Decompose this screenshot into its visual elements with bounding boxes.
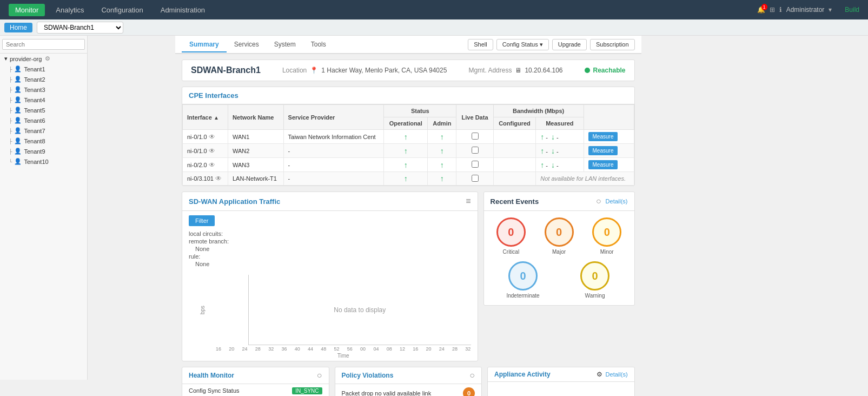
bottom-row: Health Monitor ○ Config Sync Status IN_S… — [182, 367, 635, 396]
location-group: Location 📍 1 Hacker Way, Menlo Park, CA,… — [282, 67, 447, 74]
tree-item-tenant7[interactable]: ├ 👤 Tenant7 — [0, 126, 87, 136]
chart-area: No data to display — [248, 275, 471, 345]
table-row: ni-0/1.0 👁 WAN2 - ↑ ↑ ↑ - ↓ - Measure — [183, 144, 634, 158]
notification-bell[interactable]: 🔔1 — [757, 6, 765, 14]
live-checkbox[interactable] — [472, 175, 479, 182]
tree-item-tenant4[interactable]: ├ 👤 Tenant4 — [0, 95, 87, 105]
upgrade-button[interactable]: Upgrade — [552, 39, 587, 50]
tree-dot: ├ — [9, 108, 12, 113]
status-dot — [585, 68, 590, 73]
device-header: SDWAN-Branch1 Location 📍 1 Hacker Way, M… — [182, 60, 635, 81]
measure-button[interactable]: Measure — [588, 146, 618, 155]
measured-cell: ↑ - ↓ - — [536, 130, 584, 144]
eye-icon[interactable]: 👁 — [209, 161, 215, 169]
tree-item-tenant10[interactable]: └ 👤 Tenant10 — [0, 156, 87, 167]
tree-item-tenant2[interactable]: ├ 👤 Tenant2 — [0, 74, 87, 84]
health-toggle[interactable]: ○ — [317, 371, 322, 380]
device-selector[interactable]: SDWAN-Branch1 — [37, 22, 123, 34]
tenant-icon: 👤 — [14, 65, 22, 72]
live-checkbox[interactable] — [472, 161, 479, 168]
shell-button[interactable]: Shell — [468, 39, 493, 50]
live-checkbox[interactable] — [472, 147, 479, 154]
tenant-icon: 👤 — [14, 96, 22, 103]
nav-administration[interactable]: Administration — [154, 4, 211, 16]
traffic-header: SD-WAN Application Traffic ≡ — [182, 192, 478, 211]
tree-root[interactable]: ▾ provider-org ⚙ — [0, 54, 87, 64]
cpe-table: Interface ▲ Network Name Service Provide… — [182, 104, 634, 186]
action-cell: Measure — [584, 130, 634, 144]
home-button[interactable]: Home — [4, 23, 32, 32]
tenant-icon: 👤 — [14, 117, 22, 124]
location-label: Location — [282, 67, 307, 74]
tab-tools[interactable]: Tools — [303, 37, 334, 52]
mgmt-value: 10.20.64.106 — [525, 67, 562, 74]
tab-services[interactable]: Services — [227, 37, 267, 52]
tenant4-label: Tenant4 — [24, 97, 45, 103]
events-title: Recent Events — [491, 197, 539, 206]
tree-item-tenant6[interactable]: ├ 👤 Tenant6 — [0, 115, 87, 126]
operational-cell: ↑ — [384, 158, 428, 172]
live-checkbox[interactable] — [472, 133, 479, 140]
nav-analytics[interactable]: Analytics — [49, 4, 90, 16]
interface-cell: ni-0/3.101 👁 — [183, 172, 228, 186]
subscription-button[interactable]: Subscription — [590, 39, 635, 50]
action-cell: Measure — [584, 144, 634, 158]
events-detail-link[interactable]: Detail(s) — [606, 198, 628, 204]
eye-icon[interactable]: 👁 — [215, 175, 222, 182]
filter-button[interactable]: Filter — [189, 215, 215, 226]
tenant2-label: Tenant2 — [24, 76, 45, 83]
down-arrow: ↓ — [551, 147, 555, 155]
events-toggle[interactable]: ○ — [596, 196, 601, 206]
traffic-col: SD-WAN Application Traffic ≡ Filter loca… — [182, 192, 478, 361]
traffic-title: SD-WAN Application Traffic — [189, 197, 280, 206]
tree-item-tenant9[interactable]: ├ 👤 Tenant9 — [0, 146, 87, 156]
traffic-body: local circuits: remote branch: None rule… — [182, 230, 478, 273]
grid-icon[interactable]: ⊞ — [770, 6, 775, 14]
appliance-title: Appliance Activity — [494, 371, 551, 378]
up-arrow: ↑ — [404, 174, 408, 183]
provider-cell: Taiwan Network Information Cent — [283, 130, 384, 144]
menu-icon[interactable]: ≡ — [466, 196, 471, 206]
info-icon[interactable]: ℹ — [779, 6, 782, 14]
measure-button[interactable]: Measure — [588, 160, 618, 169]
eye-icon[interactable]: 👁 — [209, 133, 215, 141]
critical-count: 0 — [496, 217, 526, 247]
nav-configuration[interactable]: Configuration — [95, 4, 149, 16]
interface-cell: ni-0/1.0 👁 — [183, 144, 228, 158]
bell-badge: 1 — [761, 4, 767, 10]
tree-item-tenant3[interactable]: ├ 👤 Tenant3 — [0, 84, 87, 95]
operational-cell: ↑ — [384, 172, 428, 186]
cpe-title: CPE Interfaces — [182, 87, 634, 104]
events-top-row: 0 Critical 0 Major 0 Minor — [491, 217, 628, 255]
th-configured: Configured — [493, 117, 535, 130]
tree-dot: └ — [9, 159, 12, 164]
events-body: 0 Critical 0 Major 0 Minor — [484, 211, 634, 305]
tree-item-tenant8[interactable]: ├ 👤 Tenant8 — [0, 136, 87, 146]
search-bar — [0, 36, 87, 54]
tree-dot: ├ — [9, 118, 12, 123]
config-sync-label: Config Sync Status — [189, 387, 240, 394]
minor-label: Minor — [600, 249, 614, 255]
policy-toggle[interactable]: ○ — [469, 371, 475, 380]
events-col: Recent Events ○ Detail(s) 0 Critical — [483, 192, 635, 361]
tab-system[interactable]: System — [267, 37, 303, 52]
tenant-icon: 👤 — [14, 148, 22, 155]
nav-monitor[interactable]: Monitor — [9, 4, 45, 16]
top-navigation: Monitor Analytics Configuration Administ… — [0, 0, 868, 19]
tab-summary[interactable]: Summary — [182, 37, 227, 52]
eye-icon[interactable]: 👁 — [209, 147, 215, 155]
tenant-icon: 👤 — [14, 158, 22, 165]
remote-branch-value: None — [189, 246, 471, 252]
search-input[interactable] — [2, 39, 85, 50]
measure-button[interactable]: Measure — [588, 132, 618, 141]
gear-icon[interactable]: ⚙ — [45, 55, 50, 62]
config-status-button[interactable]: Config Status ▾ — [496, 39, 549, 50]
tree-expand-icon: ▾ — [4, 55, 8, 62]
appliance-detail-link[interactable]: Detail(s) — [606, 371, 628, 378]
status-group: Reachable — [585, 67, 626, 74]
tree-item-tenant5[interactable]: ├ 👤 Tenant5 — [0, 105, 87, 115]
up-arrow: ↑ — [404, 161, 408, 169]
tree-item-tenant1[interactable]: ├ 👤 Tenant1 — [0, 64, 87, 74]
th-action — [584, 105, 634, 130]
livedata-cell — [456, 144, 493, 158]
